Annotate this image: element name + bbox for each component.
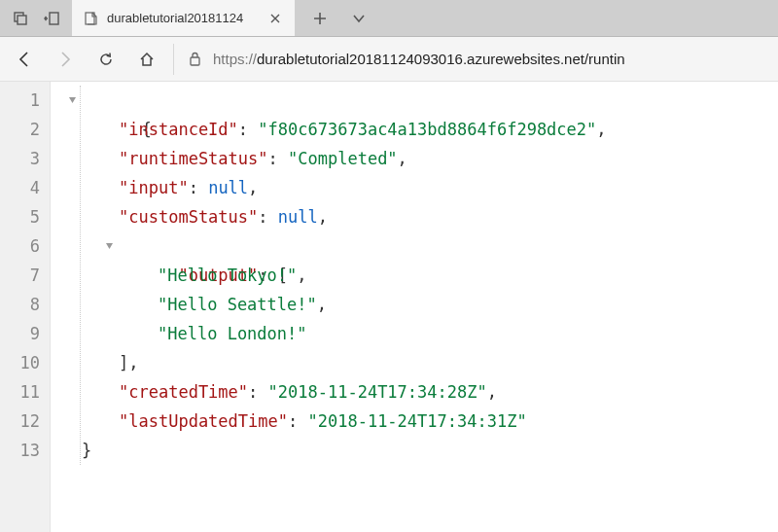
line-number: 11 xyxy=(0,377,40,407)
svg-rect-4 xyxy=(191,57,199,65)
line-number: 3 xyxy=(0,144,40,173)
forward-button[interactable] xyxy=(51,45,80,74)
lock-icon[interactable] xyxy=(186,51,203,68)
json-line: "Hello Tokyo!", xyxy=(60,261,778,290)
close-tab-button[interactable] xyxy=(265,9,285,28)
set-aside-tabs-icon[interactable] xyxy=(37,4,66,33)
line-number: 5 xyxy=(0,202,40,231)
url-host-path: durabletutorial20181124093016.azurewebsi… xyxy=(257,51,625,67)
window-controls xyxy=(0,0,72,36)
json-line: "runtimeStatus": "Completed", xyxy=(60,144,778,173)
tab-actions-icon[interactable] xyxy=(6,4,35,33)
json-line: { xyxy=(60,86,778,115)
json-line: ], xyxy=(60,348,778,377)
code-area[interactable]: { "instanceId": "f80c673673ac4a13bd8864f… xyxy=(51,82,778,532)
line-number: 12 xyxy=(0,407,40,436)
line-number: 8 xyxy=(0,290,40,319)
json-viewer: 1 2 3 4 5 6 7 8 9 10 11 12 13 { "instanc… xyxy=(0,82,778,532)
line-number: 10 xyxy=(0,348,40,377)
home-button[interactable] xyxy=(132,45,161,74)
back-button[interactable] xyxy=(10,45,39,74)
svg-rect-2 xyxy=(50,13,58,24)
json-line: } xyxy=(60,436,778,465)
refresh-button[interactable] xyxy=(91,45,121,74)
json-line: "customStatus": null, xyxy=(60,202,778,231)
svg-rect-1 xyxy=(18,16,26,24)
json-line: "output": [ xyxy=(60,231,778,261)
json-line: "createdTime": "2018-11-24T17:34:28Z", xyxy=(60,377,778,407)
line-number: 1 xyxy=(0,86,40,115)
tab-strip-actions xyxy=(296,0,383,36)
nav-bar: https://durabletutorial20181124093016.az… xyxy=(0,37,778,82)
browser-tab[interactable]: durabletutorial20181124 xyxy=(72,0,296,36)
line-number: 9 xyxy=(0,319,40,348)
line-number: 4 xyxy=(0,173,40,202)
line-number: 7 xyxy=(0,261,40,290)
json-line: "lastUpdatedTime": "2018-11-24T17:34:31Z… xyxy=(60,407,778,436)
json-line: "input": null, xyxy=(60,173,778,202)
svg-rect-3 xyxy=(86,13,94,24)
line-number: 13 xyxy=(0,436,40,465)
new-tab-button[interactable] xyxy=(303,4,336,33)
tab-preview-button[interactable] xyxy=(342,4,375,33)
json-line: "instanceId": "f80c673673ac4a13bd8864f6f… xyxy=(60,115,778,144)
url-text: https://durabletutorial20181124093016.az… xyxy=(213,51,625,67)
fold-caret-icon[interactable] xyxy=(66,94,78,106)
url-scheme: https:// xyxy=(213,51,257,67)
line-number: 2 xyxy=(0,115,40,144)
json-line: "Hello London!" xyxy=(60,319,778,348)
json-line: "Hello Seattle!", xyxy=(60,290,778,319)
tab-title: durabletutorial20181124 xyxy=(107,11,258,25)
line-number: 6 xyxy=(0,231,40,261)
address-bar[interactable]: https://durabletutorial20181124093016.az… xyxy=(173,44,768,75)
fold-caret-icon[interactable] xyxy=(103,240,115,252)
page-favicon-icon xyxy=(84,11,99,26)
title-bar: durabletutorial20181124 xyxy=(0,0,778,37)
line-number-gutter: 1 2 3 4 5 6 7 8 9 10 11 12 13 xyxy=(0,82,51,532)
